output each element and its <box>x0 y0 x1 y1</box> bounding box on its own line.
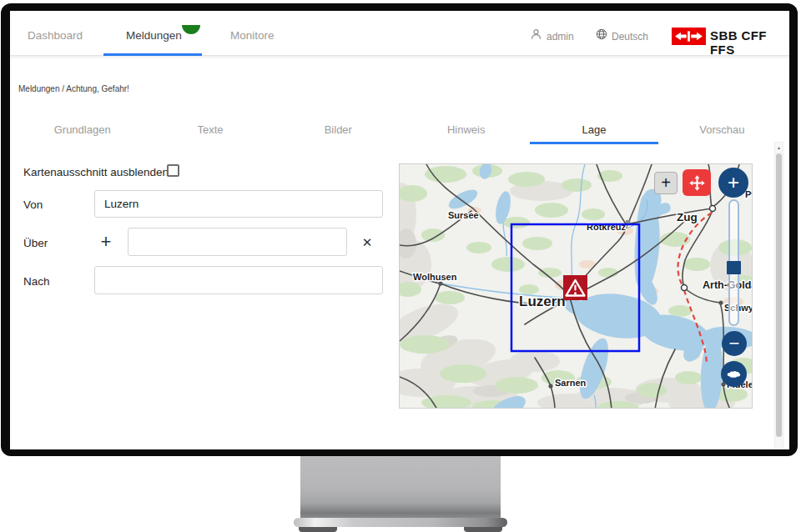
map-extra-zoom-button[interactable]: + <box>654 172 678 194</box>
monitor-stand-base <box>294 518 507 527</box>
app-header: Dashboard Meldungen Monitore admin Deuts… <box>10 11 789 56</box>
user-name[interactable]: admin <box>547 31 574 43</box>
warning-marker-icon[interactable] <box>563 275 587 300</box>
tab-bilder[interactable]: Bilder <box>275 116 402 144</box>
scrollbar-thumb[interactable] <box>776 153 782 437</box>
tab-hinweis[interactable]: Hinweis <box>402 116 530 144</box>
plus-icon: + <box>101 231 112 253</box>
plus-icon: + <box>728 171 739 194</box>
tab-texte[interactable]: Texte <box>146 116 274 144</box>
hide-map-label: Kartenausschnitt ausblenden <box>23 166 169 178</box>
von-label: Von <box>23 198 43 211</box>
brand-wordmark: SBB CFF FFS <box>710 28 789 57</box>
ueber-label: Über <box>23 237 48 249</box>
map-label-arth-goldau: Arth-Goldau <box>703 279 753 291</box>
map-label-sursee: Sursee <box>448 210 479 220</box>
monitor-stand <box>300 456 501 519</box>
map-zoom-out-button[interactable]: − <box>722 331 747 356</box>
move-arrows-icon <box>688 174 706 192</box>
zoom-slider-handle[interactable] <box>727 261 741 274</box>
sbb-logo-icon <box>672 28 706 45</box>
minus-icon: − <box>729 333 740 354</box>
map-label-pfaeffikon: Pfäffikon <box>745 189 753 199</box>
globe-icon <box>596 28 607 43</box>
monitor-foot-left <box>299 527 337 532</box>
map-label-wolhusen: Wolhusen <box>413 272 457 282</box>
user-icon <box>531 28 542 43</box>
tab-lage[interactable]: Lage <box>530 116 657 144</box>
active-nav-underline <box>103 53 202 56</box>
map-zoom-slider[interactable] <box>728 199 739 326</box>
nach-label: Nach <box>23 275 50 288</box>
monitor-foot-right <box>464 527 502 532</box>
map-zoom-in-button[interactable]: + <box>718 168 748 198</box>
remove-via-button[interactable]: ✕ <box>358 233 376 252</box>
language-selector[interactable]: Deutsch <box>612 31 648 43</box>
add-via-button[interactable]: + <box>97 233 115 251</box>
tab-vorschau[interactable]: Vorschau <box>658 116 786 144</box>
switzerland-icon <box>726 369 742 379</box>
map[interactable]: Sursee Rotkreuz Zug Wolhusen Luzern Arth… <box>399 163 753 409</box>
scroll-down-arrow-icon[interactable]: ▼ <box>775 445 783 449</box>
ueber-input[interactable] <box>128 228 347 256</box>
close-icon: ✕ <box>362 235 373 250</box>
von-input[interactable] <box>94 190 383 218</box>
map-canvas: Sursee Rotkreuz Zug Wolhusen Luzern Arth… <box>400 164 753 409</box>
map-label-luzern: Luzern <box>519 294 566 309</box>
monitor-bezel: Dashboard Meldungen Monitore admin Deuts… <box>1 3 798 456</box>
nach-input[interactable] <box>94 266 383 294</box>
plus-icon: + <box>661 173 671 193</box>
nav-item-dashboard[interactable]: Dashboard <box>28 29 83 42</box>
notification-badge <box>182 25 200 34</box>
tab-grundlagen[interactable]: Grundlagen <box>18 116 146 144</box>
tab-bar: Grundlagen Texte Bilder Hinweis Lage Vor… <box>18 116 786 144</box>
screen: Dashboard Meldungen Monitore admin Deuts… <box>10 11 789 449</box>
nav-item-monitore[interactable]: Monitore <box>230 29 275 42</box>
map-label-zug: Zug <box>677 211 698 223</box>
map-pan-button[interactable] <box>683 169 711 196</box>
nav-item-meldungen[interactable]: Meldungen <box>126 29 182 42</box>
vertical-scrollbar[interactable]: ▲ ▼ <box>774 142 783 449</box>
map-label-sarnen: Sarnen <box>555 378 587 388</box>
breadcrumb: Meldungen / Achtung, Gefahr! <box>18 84 129 93</box>
hide-map-checkbox[interactable] <box>167 164 179 177</box>
map-home-button[interactable] <box>721 361 747 387</box>
scroll-up-arrow-icon[interactable]: ▲ <box>775 143 783 152</box>
